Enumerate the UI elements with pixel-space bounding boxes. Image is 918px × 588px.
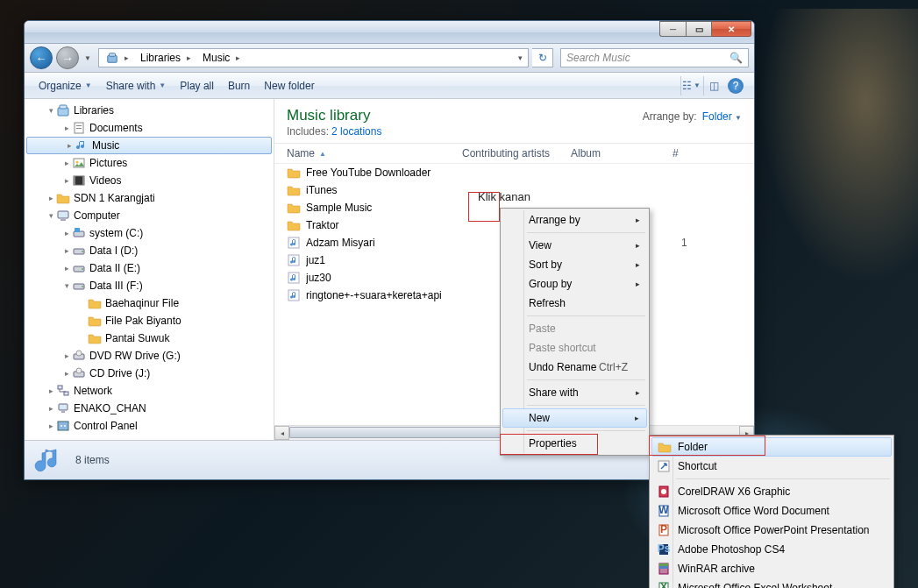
organize-menu[interactable]: Organize▼ <box>32 76 99 96</box>
tree-expander[interactable]: ▸ <box>61 229 72 237</box>
column-name[interactable]: Name▲ <box>287 147 462 159</box>
ctx-new-folder[interactable]: Folder <box>651 437 892 457</box>
close-button[interactable]: ✕ <box>712 21 751 37</box>
back-button[interactable]: ← <box>30 46 53 69</box>
share-menu[interactable]: Share with▼ <box>99 76 174 96</box>
tree-item[interactable]: Baehaqinur File <box>25 294 274 312</box>
column-contributing[interactable]: Contributing artists <box>462 147 571 159</box>
cpanel-icon <box>56 419 70 433</box>
tree-item[interactable]: ▸ENAKO_CHAN <box>25 400 274 417</box>
ctx-arrange-by[interactable]: Arrange by▸ <box>502 210 647 230</box>
tree-item[interactable]: ▸Data II (E:) <box>25 259 274 277</box>
ctx-undo-rename[interactable]: Undo RenameCtrl+Z <box>502 358 647 377</box>
arrange-by-control[interactable]: Arrange by: Folder ▼ <box>643 107 742 123</box>
tree-item[interactable]: ▸system (C:) <box>25 224 274 242</box>
breadcrumb-music[interactable]: Music ▸ <box>198 49 247 67</box>
view-options-button[interactable]: ☷ ▼ <box>680 76 701 96</box>
ctx-new-rar[interactable]: WinRAR archive <box>651 559 892 578</box>
ctx-new-word[interactable]: WMicrosoft Office Word Document <box>651 501 892 521</box>
tree-expander[interactable]: ▸ <box>61 369 72 378</box>
ctx-view[interactable]: View▸ <box>502 236 647 255</box>
play-all-button[interactable]: Play all <box>173 76 221 96</box>
ctx-new-ppt[interactable]: PMicrosoft Office PowerPoint Presentatio… <box>651 521 892 540</box>
tree-expander[interactable]: ▸ <box>46 194 56 202</box>
tree-expander[interactable]: ▸ <box>46 422 56 430</box>
column-headers[interactable]: Name▲ Contributing artists Album # <box>274 144 754 164</box>
ctx-sort-by[interactable]: Sort by▸ <box>502 255 647 274</box>
tree-item[interactable]: File Pak Biyanto <box>25 312 274 329</box>
tree-expander[interactable]: ▸ <box>64 141 75 150</box>
tree-item[interactable]: ▸Videos <box>25 172 274 189</box>
tree-item[interactable]: ▸CD Drive (J:) <box>25 365 274 382</box>
tree-expander[interactable]: ▸ <box>61 176 72 185</box>
tree-expander[interactable]: ▸ <box>46 386 56 395</box>
tree-expander[interactable]: ▾ <box>61 281 72 290</box>
ctx-new-xls[interactable]: XMicrosoft Office Excel Worksheet <box>651 578 892 588</box>
tree-item[interactable]: ▸Control Panel <box>25 417 274 435</box>
address-dropdown[interactable]: ▾ <box>516 53 525 62</box>
titlebar[interactable]: ─ ▭ ✕ <box>25 21 754 44</box>
ctx-group-by[interactable]: Group by▸ <box>502 274 647 294</box>
command-bar: Organize▼ Share with▼ Play all Burn New … <box>25 73 754 99</box>
tree-expander[interactable]: ▸ <box>46 404 56 413</box>
new-folder-button[interactable]: New folder <box>257 76 321 96</box>
tree-item[interactable]: ▸SDN 1 Karangjati <box>25 189 274 207</box>
tree-expander[interactable]: ▸ <box>61 351 72 360</box>
annotation-label: Klik kanan <box>478 190 530 203</box>
ctx-new-shortcut[interactable]: Shortcut <box>651 457 892 476</box>
scroll-left-button[interactable]: ◂ <box>274 426 289 440</box>
file-row[interactable]: Free YouTube Downloader <box>274 164 754 181</box>
tree-item[interactable]: Pantai Suwuk <box>25 329 274 347</box>
tree-item[interactable]: ▸Pictures <box>25 154 274 172</box>
tree-expander[interactable]: ▸ <box>61 264 72 273</box>
breadcrumb-libraries[interactable]: Libraries ▸ <box>136 49 198 67</box>
ctx-new-cdr[interactable]: CorelDRAW X6 Graphic <box>651 482 892 501</box>
ctx-properties[interactable]: Properties <box>502 434 647 453</box>
breadcrumb-label: Music <box>203 52 230 64</box>
computer-icon <box>56 209 70 223</box>
drive-sys-icon <box>72 226 86 240</box>
tree-item[interactable]: ▾Computer <box>25 207 274 224</box>
help-button[interactable]: ? <box>728 78 744 94</box>
tree-expander[interactable]: ▾ <box>46 211 56 220</box>
tree-item[interactable]: ▾Libraries <box>25 102 274 119</box>
forward-button[interactable]: → <box>56 46 79 69</box>
context-menu-new[interactable]: FolderShortcutCorelDRAW X6 GraphicWMicro… <box>649 435 894 588</box>
ctx-item-label: Adobe Photoshop CS4 <box>678 543 785 556</box>
preview-pane-button[interactable]: ◫ <box>703 76 724 96</box>
column-album[interactable]: Album <box>571 147 672 159</box>
tree-item[interactable]: ▸Documents <box>25 119 274 137</box>
breadcrumb-root[interactable]: ▸ <box>102 49 136 67</box>
tree-item[interactable]: ▸Network <box>25 382 274 400</box>
ctx-new[interactable]: New▸ <box>502 408 647 428</box>
file-name: juz30 <box>306 272 471 284</box>
network-icon <box>56 384 70 398</box>
ctx-refresh[interactable]: Refresh <box>502 294 647 313</box>
svg-rect-11 <box>82 176 84 185</box>
tree-expander[interactable]: ▸ <box>61 124 72 132</box>
tree-expander[interactable]: ▾ <box>46 106 56 115</box>
locations-link[interactable]: 2 locations <box>331 125 381 138</box>
folder-icon <box>287 201 301 215</box>
navigation-tree[interactable]: ▾Libraries▸Documents▸Music▸Pictures▸Vide… <box>25 99 274 440</box>
tree-expander[interactable]: ▸ <box>61 159 72 167</box>
history-dropdown[interactable]: ▼ <box>82 50 93 66</box>
refresh-button[interactable]: ↻ <box>532 48 553 67</box>
ctx-new-psd[interactable]: PsAdobe Photoshop CS4 <box>651 540 892 559</box>
burn-button[interactable]: Burn <box>221 76 257 96</box>
tree-item[interactable]: ▸DVD RW Drive (G:) <box>25 347 274 365</box>
tree-item[interactable]: ▸Data I (D:) <box>25 242 274 259</box>
context-menu-main[interactable]: Arrange by▸ View▸ Sort by▸ Group by▸ Ref… <box>500 208 650 456</box>
tree-label: SDN 1 Karangjati <box>74 192 155 204</box>
minimize-button[interactable]: ─ <box>659 21 686 37</box>
maximize-button[interactable]: ▭ <box>686 21 712 37</box>
folder-icon <box>88 331 102 345</box>
address-bar[interactable]: ▸ Libraries ▸ Music ▸ ▾ <box>98 48 529 67</box>
ctx-share-with[interactable]: Share with▸ <box>502 383 647 402</box>
tree-item[interactable]: ▾Data III (F:) <box>25 277 274 294</box>
tree-item[interactable]: ▸Music <box>26 137 272 154</box>
svg-rect-15 <box>75 228 80 232</box>
tree-expander[interactable]: ▸ <box>61 246 72 255</box>
column-number[interactable]: # <box>672 147 725 159</box>
search-input[interactable]: Search Music 🔍 <box>560 48 749 67</box>
